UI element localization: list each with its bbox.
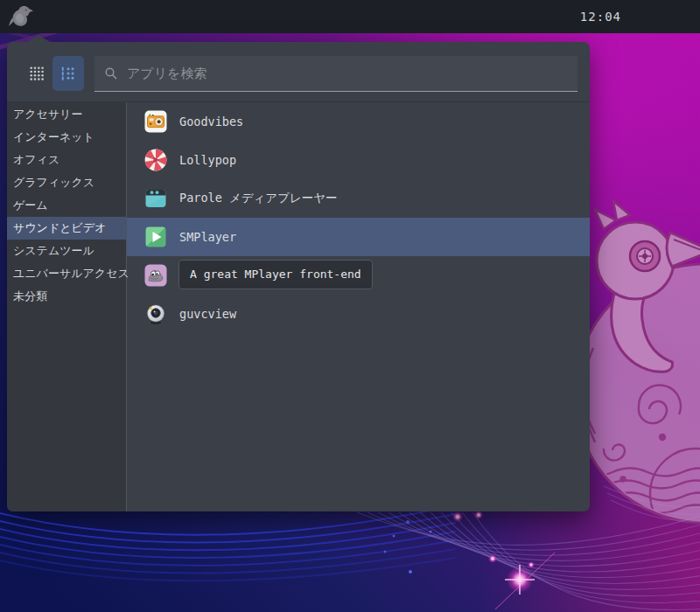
app-tooltip: A great MPlayer front-end — [178, 260, 373, 289]
parole-icon — [144, 187, 167, 210]
search-icon — [104, 66, 118, 80]
app-label: guvcview — [179, 307, 236, 321]
guvcview-icon — [144, 303, 167, 325]
app-label: Parole メディアプレーヤー — [179, 191, 338, 206]
sidebar-item-office[interactable]: オフィス — [7, 149, 126, 171]
purple-creature-icon — [144, 264, 167, 287]
top-panel: 12:04 — [0, 0, 700, 33]
app-row-guvcview[interactable]: guvcview — [127, 295, 590, 333]
application-menu-popup: アクセサリー インターネット オフィス グラフィックス ゲーム サウンドとビデオ… — [7, 42, 590, 511]
sidebar-item-sound-video[interactable]: サウンドとビデオ — [7, 217, 126, 240]
sidebar-item-system-tools[interactable]: システムツール — [7, 240, 126, 262]
menu-launcher-button[interactable] — [7, 3, 35, 31]
app-row-goodvibes[interactable]: Goodvibes — [127, 102, 590, 141]
sidebar-item-universal-access[interactable]: ユニバーサルアクセス — [7, 262, 126, 285]
app-label: Goodvibes — [179, 115, 243, 129]
smplayer-icon — [144, 226, 167, 248]
bird-logo-icon — [7, 3, 35, 31]
app-list: Goodvibes Lollypop — [127, 102, 590, 511]
sidebar-item-games[interactable]: ゲーム — [7, 194, 126, 217]
sidebar-item-accessories[interactable]: アクセサリー — [7, 103, 126, 126]
sidebar-item-internet[interactable]: インターネット — [7, 126, 126, 149]
sidebar-item-graphics[interactable]: グラフィックス — [7, 171, 126, 194]
grid-view-button[interactable] — [21, 56, 52, 91]
lollypop-icon — [144, 149, 167, 171]
category-sidebar: アクセサリー インターネット オフィス グラフィックス ゲーム サウンドとビデオ… — [7, 102, 127, 511]
app-row-parole[interactable]: Parole メディアプレーヤー — [127, 179, 590, 218]
app-row-lollypop[interactable]: Lollypop — [127, 141, 590, 179]
goodvibes-icon — [144, 110, 167, 133]
view-toggle-group — [21, 56, 84, 91]
category-view-button[interactable] — [52, 56, 84, 91]
app-label: Lollypop — [179, 153, 236, 167]
app-search-field — [94, 56, 578, 92]
menu-body: アクセサリー インターネット オフィス グラフィックス ゲーム サウンドとビデオ… — [7, 101, 590, 511]
app-row-smplayer[interactable]: SMPlayer — [127, 218, 590, 256]
category-view-icon — [60, 66, 76, 81]
search-input[interactable] — [125, 65, 578, 82]
app-label: SMPlayer — [179, 230, 236, 244]
grid-view-icon — [29, 66, 45, 81]
panel-clock[interactable]: 12:04 — [580, 0, 621, 33]
sidebar-item-uncategorized[interactable]: 未分類 — [7, 285, 126, 308]
popup-arrow — [27, 35, 50, 42]
